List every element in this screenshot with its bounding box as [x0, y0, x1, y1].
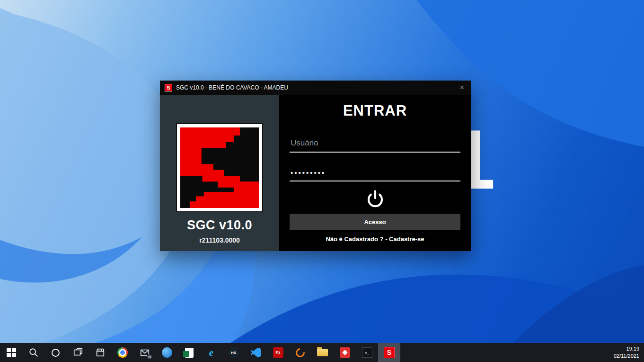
red-app-icon: [340, 347, 350, 358]
task-view-icon: [73, 347, 83, 358]
power-button[interactable]: [290, 189, 460, 208]
taskbar-store[interactable]: [89, 343, 111, 362]
hs-app-icon: HS: [229, 347, 239, 358]
taskbar: 9 e HS Fz >_: [0, 343, 644, 362]
window-title: SGC v10.0 - BENÉ DO CAVACO - AMADEU: [176, 84, 454, 91]
password-input[interactable]: [290, 166, 460, 181]
orange-swirl-icon: [294, 346, 307, 359]
taskbar-orange-app[interactable]: [289, 343, 311, 362]
username-input[interactable]: [290, 136, 460, 153]
taskbar-clock[interactable]: 19:19 02/11/2021: [614, 345, 639, 360]
register-link[interactable]: Não é Cadastrado ? - Cadastre-se: [290, 235, 460, 243]
clock-date: 02/11/2021: [614, 353, 639, 360]
taskbar-red-app[interactable]: [334, 343, 356, 362]
desktop: 1 S SGC v10.0 - BENÉ DO CAVACO - AMADEU …: [0, 0, 644, 362]
taskbar-spreadsheet[interactable]: [178, 343, 200, 362]
folder-icon: [317, 349, 328, 356]
taskbar-mail[interactable]: 9: [133, 343, 156, 362]
taskbar-terminal[interactable]: >_: [356, 343, 378, 362]
taskbar-filezilla[interactable]: Fz: [267, 343, 289, 362]
window-body: SGC v10.0 r211103.0000 ENTRAR Acesso Não…: [160, 95, 471, 251]
cortana-icon: [52, 349, 60, 357]
internet-explorer-icon: e: [209, 347, 214, 358]
task-view-button[interactable]: [67, 343, 89, 362]
taskbar-chrome[interactable]: [111, 343, 133, 362]
build-number: r211103.0000: [199, 236, 240, 244]
search-icon: [28, 347, 39, 358]
clock-time: 19:19: [614, 345, 639, 353]
taskbar-sgc[interactable]: S: [378, 343, 400, 362]
filezilla-icon: Fz: [273, 347, 283, 358]
taskbar-file-explorer[interactable]: [311, 343, 334, 362]
windows-logo-icon: [7, 348, 16, 357]
close-icon[interactable]: ×: [458, 84, 466, 91]
spreadsheet-icon: [185, 348, 194, 358]
titlebar[interactable]: S SGC v10.0 - BENÉ DO CAVACO - AMADEU ×: [160, 81, 471, 95]
power-icon: [366, 189, 385, 208]
taskbar-search[interactable]: [22, 343, 44, 362]
vscode-icon: [251, 348, 261, 358]
window-app-icon-letter: S: [167, 85, 170, 90]
taskbar-skype[interactable]: [156, 343, 178, 362]
window-app-icon: S: [165, 84, 172, 91]
sgc-login-window: S SGC v10.0 - BENÉ DO CAVACO - AMADEU ×: [160, 81, 471, 251]
taskbar-hs-app[interactable]: HS: [222, 343, 245, 362]
login-heading: ENTRAR: [290, 102, 460, 119]
login-panel: ENTRAR Acesso Não é Cadastrado ? - Cadas…: [279, 95, 471, 251]
mail-badge: 9: [147, 354, 152, 360]
terminal-icon: >_: [362, 347, 372, 358]
taskbar-internet-explorer[interactable]: e: [200, 343, 222, 362]
taskbar-cortana[interactable]: [44, 343, 67, 362]
chrome-icon: [117, 347, 128, 358]
store-icon: [95, 347, 106, 358]
app-name: SGC v10.0: [187, 218, 252, 233]
taskbar-vscode[interactable]: [245, 343, 267, 362]
acesso-button[interactable]: Acesso: [290, 214, 460, 230]
sgc-logo: [176, 123, 263, 212]
brand-panel: SGC v10.0 r211103.0000: [160, 95, 279, 251]
start-button[interactable]: [0, 343, 22, 362]
sgc-icon: S: [384, 347, 395, 358]
skype-icon: [162, 347, 172, 358]
